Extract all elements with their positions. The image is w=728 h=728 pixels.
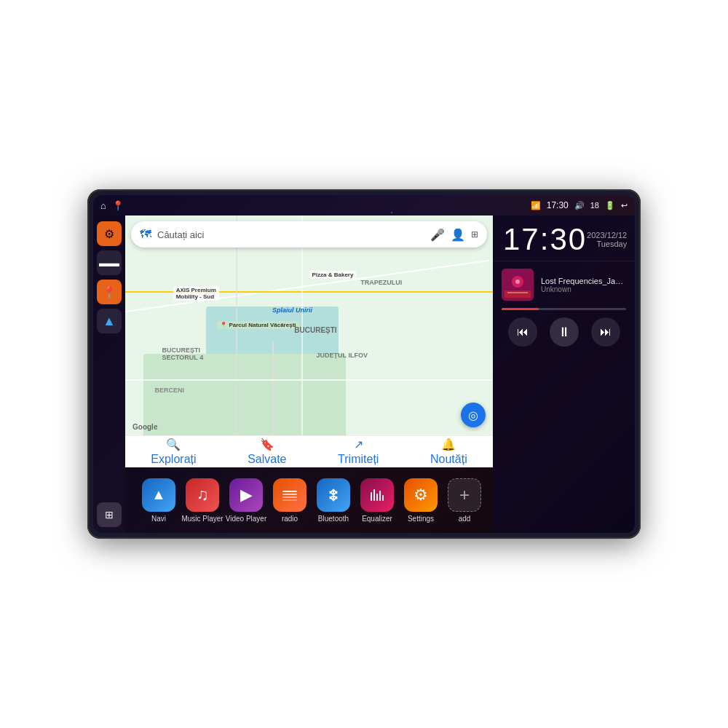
- app-video-player[interactable]: ▶ Video Player: [224, 478, 268, 523]
- user-icon[interactable]: 👤: [451, 228, 465, 242]
- settings-icon: ⚙: [104, 227, 114, 241]
- prev-icon: ⏮: [517, 325, 529, 339]
- settings-icon-symbol: ⚙: [414, 486, 428, 505]
- app-add[interactable]: + add: [443, 478, 486, 523]
- prev-button[interactable]: ⏮: [508, 317, 537, 347]
- navi-icon-symbol: ▲: [151, 486, 166, 503]
- bluetooth-icon-svg: [325, 487, 341, 503]
- main-area: ⚙ ▬▬ 📍 ▲ ⊞: [93, 215, 635, 533]
- svg-rect-12: [505, 290, 531, 298]
- bluetooth-icon: [317, 478, 350, 512]
- video-label: Video Player: [226, 515, 267, 523]
- google-maps-icon: 🗺: [140, 228, 151, 241]
- center-content: AXIS PremiumMobility - Sud Pizza & Baker…: [125, 215, 493, 533]
- map-road-5: [125, 379, 493, 381]
- pause-button[interactable]: ⏸: [550, 317, 579, 347]
- app-navi[interactable]: ▲ Navi: [137, 478, 181, 523]
- sidebar-settings-button[interactable]: ⚙: [97, 221, 122, 246]
- music-controls: ⏮ ⏸ ⏭: [502, 317, 626, 347]
- navi-icon: ▲: [142, 478, 175, 512]
- svg-point-11: [515, 280, 520, 284]
- app-settings[interactable]: ⚙ Settings: [399, 478, 443, 523]
- bluetooth-label: Bluetooth: [318, 515, 349, 523]
- sidebar-files-button[interactable]: ▬▬: [97, 250, 122, 275]
- device-screen: ⌂ 📍 📶 17:30 🔊 18 🔋 ↩ ⚙ ▬▬: [93, 195, 635, 533]
- radio-icon-svg: [281, 486, 298, 504]
- settings-app-icon: ⚙: [404, 478, 438, 512]
- updates-label: Noutăți: [430, 453, 467, 466]
- locate-fab-button[interactable]: ◎: [461, 403, 486, 427]
- svg-rect-5: [373, 489, 375, 501]
- maps-status-icon[interactable]: 📍: [112, 200, 124, 211]
- map-search-text[interactable]: Căutați aici: [157, 229, 424, 240]
- map-label-sector4: BUCUREȘTISECTORUL 4: [162, 347, 204, 361]
- status-bar: ⌂ 📍 📶 17:30 🔊 18 🔋 ↩: [93, 195, 635, 215]
- svg-rect-2: [282, 496, 297, 498]
- updates-icon: 🔔: [441, 438, 456, 451]
- clock-date: 2023/12/12 Tuesday: [587, 231, 627, 248]
- music-progress-fill: [502, 308, 539, 310]
- sidebar: ⚙ ▬▬ 📍 ▲ ⊞: [93, 215, 125, 533]
- music-progress-bar[interactable]: [502, 308, 626, 310]
- music-icon: ♫: [186, 478, 219, 512]
- map-nav-updates[interactable]: 🔔 Noutăți: [430, 438, 467, 466]
- sidebar-navi-button[interactable]: ▲: [97, 309, 122, 333]
- app-radio[interactable]: radio: [268, 478, 312, 523]
- music-artist: Unknown: [541, 285, 626, 293]
- back-icon[interactable]: ↩: [621, 201, 628, 210]
- maps-icon: 📍: [102, 285, 116, 299]
- svg-rect-1: [282, 494, 297, 495]
- next-button[interactable]: ⏭: [591, 317, 620, 347]
- album-art-svg: [502, 269, 534, 301]
- music-title: Lost Frequencies_Janie...: [541, 277, 626, 285]
- sidebar-maps-button[interactable]: 📍: [97, 280, 122, 304]
- video-icon: ▶: [229, 478, 263, 512]
- mic-icon[interactable]: 🎤: [430, 228, 445, 242]
- map-background: AXIS PremiumMobility - Sud Pizza & Baker…: [125, 215, 493, 467]
- map-label-berceni: BERCENI: [154, 387, 184, 394]
- radio-icon: [273, 478, 306, 512]
- settings-label: Settings: [408, 515, 434, 523]
- sidebar-grid-button[interactable]: ⊞: [97, 502, 122, 527]
- map-road-4: [236, 215, 237, 467]
- status-right: 📶 17:30 🔊 18 🔋 ↩: [531, 200, 628, 210]
- map-road-3: [301, 215, 303, 467]
- map-nav-share[interactable]: ↗ Trimiteți: [338, 438, 379, 466]
- eq-icon-svg: [368, 486, 386, 504]
- eq-icon: [360, 478, 394, 512]
- map-search-bar[interactable]: 🗺 Căutați aici 🎤 👤 ⊞: [131, 221, 487, 248]
- wifi-icon: 📶: [531, 201, 541, 210]
- app-equalizer[interactable]: Equalizer: [355, 478, 399, 523]
- map-label-pizza: Pizza & Bakery: [309, 271, 357, 279]
- svg-rect-13: [507, 292, 528, 293]
- clock-time: 17:30: [503, 224, 587, 255]
- music-label: Music Player: [181, 515, 223, 523]
- svg-rect-7: [379, 491, 381, 501]
- right-panel: 17:30 2023/12/12 Tuesday: [493, 215, 635, 533]
- app-music-player[interactable]: ♫ Music Player: [181, 478, 224, 523]
- home-icon[interactable]: ⌂: [100, 200, 106, 211]
- layers-icon[interactable]: ⊞: [471, 229, 478, 240]
- map-south-area: [143, 354, 346, 442]
- map-label-ilfov: JUDEȚUL ILFOV: [317, 352, 368, 359]
- battery-level: 18: [590, 201, 599, 210]
- navi-label: Navi: [151, 515, 166, 523]
- app-bluetooth[interactable]: Bluetooth: [312, 478, 355, 523]
- map-nav-saved[interactable]: 🔖 Salvate: [248, 438, 286, 466]
- svg-rect-6: [376, 494, 378, 501]
- add-icon: +: [448, 478, 481, 512]
- app-grid-bar: ▲ Navi ♫ Music Player ▶ Vid: [125, 467, 493, 533]
- next-icon: ⏭: [600, 325, 612, 339]
- music-track-area: Lost Frequencies_Janie... Unknown: [502, 269, 626, 301]
- svg-rect-8: [382, 495, 384, 501]
- share-label: Trimiteți: [338, 453, 379, 466]
- svg-rect-4: [371, 492, 372, 501]
- add-label: add: [459, 515, 471, 523]
- files-icon: ▬▬: [99, 257, 119, 269]
- music-widget: Lost Frequencies_Janie... Unknown ⏮ ⏸: [493, 261, 635, 533]
- battery-icon: 🔋: [605, 201, 615, 210]
- map-label-trap: TRAPEZULUI: [360, 279, 402, 286]
- map-nav-explore[interactable]: 🔍 Explorați: [151, 438, 196, 466]
- radio-label: radio: [282, 515, 298, 523]
- map-container[interactable]: AXIS PremiumMobility - Sud Pizza & Baker…: [125, 215, 493, 467]
